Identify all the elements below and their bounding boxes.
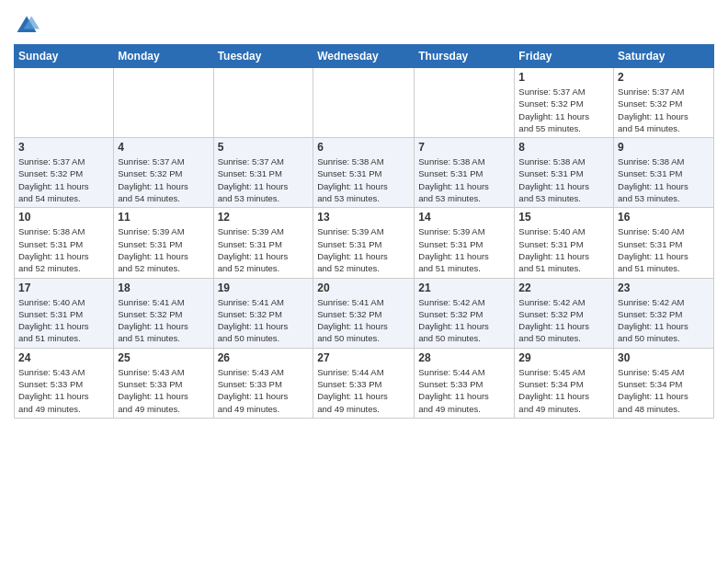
weekday-header-wednesday: Wednesday (313, 45, 415, 68)
week-row-2: 3Sunrise: 5:37 AM Sunset: 5:32 PM Daylig… (15, 138, 714, 208)
week-row-1: 1Sunrise: 5:37 AM Sunset: 5:32 PM Daylig… (15, 68, 714, 138)
calendar-cell: 14Sunrise: 5:39 AM Sunset: 5:31 PM Dayli… (415, 208, 515, 278)
day-info: Sunrise: 5:38 AM Sunset: 5:31 PM Dayligh… (317, 155, 410, 204)
day-number: 26 (218, 351, 310, 364)
day-number: 1 (518, 71, 609, 84)
day-info: Sunrise: 5:38 AM Sunset: 5:31 PM Dayligh… (518, 155, 609, 204)
day-info: Sunrise: 5:38 AM Sunset: 5:31 PM Dayligh… (418, 155, 510, 204)
day-info: Sunrise: 5:42 AM Sunset: 5:32 PM Dayligh… (618, 296, 710, 345)
calendar-cell: 25Sunrise: 5:43 AM Sunset: 5:33 PM Dayli… (114, 348, 213, 418)
calendar-cell: 11Sunrise: 5:39 AM Sunset: 5:31 PM Dayli… (114, 208, 213, 278)
day-info: Sunrise: 5:39 AM Sunset: 5:31 PM Dayligh… (118, 225, 209, 274)
day-number: 16 (618, 211, 710, 224)
day-number: 23 (618, 282, 710, 294)
day-info: Sunrise: 5:41 AM Sunset: 5:32 PM Dayligh… (118, 296, 209, 345)
weekday-header-row: SundayMondayTuesdayWednesdayThursdayFrid… (15, 45, 714, 68)
day-info: Sunrise: 5:37 AM Sunset: 5:32 PM Dayligh… (518, 86, 609, 134)
calendar-cell: 3Sunrise: 5:37 AM Sunset: 5:32 PM Daylig… (15, 138, 114, 208)
day-info: Sunrise: 5:39 AM Sunset: 5:31 PM Dayligh… (317, 225, 410, 274)
calendar-cell: 27Sunrise: 5:44 AM Sunset: 5:33 PM Dayli… (313, 348, 415, 418)
day-number: 2 (618, 71, 710, 84)
calendar-cell: 28Sunrise: 5:44 AM Sunset: 5:33 PM Dayli… (415, 348, 515, 418)
calendar-cell (213, 68, 313, 138)
calendar-cell: 4Sunrise: 5:37 AM Sunset: 5:32 PM Daylig… (114, 138, 213, 208)
day-number: 21 (418, 282, 510, 294)
day-info: Sunrise: 5:40 AM Sunset: 5:31 PM Dayligh… (18, 296, 109, 345)
day-number: 3 (18, 141, 109, 154)
logo-icon (14, 13, 40, 39)
weekday-header-friday: Friday (515, 45, 614, 68)
day-number: 24 (18, 351, 109, 364)
day-number: 13 (317, 211, 410, 224)
calendar-cell: 10Sunrise: 5:38 AM Sunset: 5:31 PM Dayli… (15, 208, 114, 278)
calendar-cell: 20Sunrise: 5:41 AM Sunset: 5:32 PM Dayli… (313, 278, 415, 348)
weekday-header-saturday: Saturday (614, 45, 714, 68)
day-number: 12 (218, 211, 310, 224)
calendar-cell (114, 68, 213, 138)
day-info: Sunrise: 5:44 AM Sunset: 5:33 PM Dayligh… (317, 366, 410, 415)
day-number: 4 (118, 141, 209, 154)
calendar-cell: 1Sunrise: 5:37 AM Sunset: 5:32 PM Daylig… (515, 68, 614, 138)
weekday-header-sunday: Sunday (15, 45, 114, 68)
day-info: Sunrise: 5:39 AM Sunset: 5:31 PM Dayligh… (218, 225, 310, 274)
day-info: Sunrise: 5:40 AM Sunset: 5:31 PM Dayligh… (518, 225, 609, 274)
calendar-cell: 15Sunrise: 5:40 AM Sunset: 5:31 PM Dayli… (515, 208, 614, 278)
day-number: 7 (418, 141, 510, 154)
day-info: Sunrise: 5:43 AM Sunset: 5:33 PM Dayligh… (18, 366, 109, 415)
day-info: Sunrise: 5:40 AM Sunset: 5:31 PM Dayligh… (618, 225, 710, 274)
weekday-header-thursday: Thursday (415, 45, 515, 68)
calendar-cell: 6Sunrise: 5:38 AM Sunset: 5:31 PM Daylig… (313, 138, 415, 208)
day-info: Sunrise: 5:42 AM Sunset: 5:32 PM Dayligh… (518, 296, 609, 345)
day-number: 8 (518, 141, 609, 154)
calendar-cell: 29Sunrise: 5:45 AM Sunset: 5:34 PM Dayli… (515, 348, 614, 418)
day-info: Sunrise: 5:41 AM Sunset: 5:32 PM Dayligh… (317, 296, 410, 345)
day-number: 17 (18, 282, 109, 294)
calendar-cell: 26Sunrise: 5:43 AM Sunset: 5:33 PM Dayli… (213, 348, 313, 418)
day-info: Sunrise: 5:37 AM Sunset: 5:31 PM Dayligh… (218, 155, 310, 204)
day-number: 19 (218, 282, 310, 294)
calendar-cell: 7Sunrise: 5:38 AM Sunset: 5:31 PM Daylig… (415, 138, 515, 208)
calendar-cell: 22Sunrise: 5:42 AM Sunset: 5:32 PM Dayli… (515, 278, 614, 348)
day-number: 15 (518, 211, 609, 224)
calendar-cell: 18Sunrise: 5:41 AM Sunset: 5:32 PM Dayli… (114, 278, 213, 348)
calendar-cell: 16Sunrise: 5:40 AM Sunset: 5:31 PM Dayli… (614, 208, 714, 278)
calendar-cell: 5Sunrise: 5:37 AM Sunset: 5:31 PM Daylig… (213, 138, 313, 208)
day-info: Sunrise: 5:39 AM Sunset: 5:31 PM Dayligh… (418, 225, 510, 274)
day-info: Sunrise: 5:45 AM Sunset: 5:34 PM Dayligh… (518, 366, 609, 415)
day-number: 22 (518, 282, 609, 294)
day-number: 6 (317, 141, 410, 154)
day-number: 27 (317, 351, 410, 364)
day-info: Sunrise: 5:45 AM Sunset: 5:34 PM Dayligh… (618, 366, 710, 415)
calendar-cell: 30Sunrise: 5:45 AM Sunset: 5:34 PM Dayli… (614, 348, 714, 418)
day-number: 25 (118, 351, 209, 364)
day-info: Sunrise: 5:43 AM Sunset: 5:33 PM Dayligh… (118, 366, 209, 415)
day-info: Sunrise: 5:38 AM Sunset: 5:31 PM Dayligh… (618, 155, 710, 204)
day-info: Sunrise: 5:37 AM Sunset: 5:32 PM Dayligh… (118, 155, 209, 204)
day-number: 10 (18, 211, 109, 224)
calendar-cell: 9Sunrise: 5:38 AM Sunset: 5:31 PM Daylig… (614, 138, 714, 208)
calendar-cell: 24Sunrise: 5:43 AM Sunset: 5:33 PM Dayli… (15, 348, 114, 418)
calendar-cell: 23Sunrise: 5:42 AM Sunset: 5:32 PM Dayli… (614, 278, 714, 348)
day-number: 28 (418, 351, 510, 364)
calendar-cell: 13Sunrise: 5:39 AM Sunset: 5:31 PM Dayli… (313, 208, 415, 278)
calendar-cell (313, 68, 415, 138)
day-info: Sunrise: 5:37 AM Sunset: 5:32 PM Dayligh… (618, 86, 710, 134)
calendar-cell: 12Sunrise: 5:39 AM Sunset: 5:31 PM Dayli… (213, 208, 313, 278)
weekday-header-tuesday: Tuesday (213, 45, 313, 68)
calendar-cell: 8Sunrise: 5:38 AM Sunset: 5:31 PM Daylig… (515, 138, 614, 208)
week-row-3: 10Sunrise: 5:38 AM Sunset: 5:31 PM Dayli… (15, 208, 714, 278)
calendar-cell (15, 68, 114, 138)
calendar-cell: 2Sunrise: 5:37 AM Sunset: 5:32 PM Daylig… (614, 68, 714, 138)
logo (14, 13, 41, 39)
calendar-cell: 17Sunrise: 5:40 AM Sunset: 5:31 PM Dayli… (15, 278, 114, 348)
calendar: SundayMondayTuesdayWednesdayThursdayFrid… (14, 44, 714, 419)
week-row-4: 17Sunrise: 5:40 AM Sunset: 5:31 PM Dayli… (15, 278, 714, 348)
day-info: Sunrise: 5:37 AM Sunset: 5:32 PM Dayligh… (18, 155, 109, 204)
day-number: 14 (418, 211, 510, 224)
day-number: 5 (218, 141, 310, 154)
week-row-5: 24Sunrise: 5:43 AM Sunset: 5:33 PM Dayli… (15, 348, 714, 418)
calendar-cell: 21Sunrise: 5:42 AM Sunset: 5:32 PM Dayli… (415, 278, 515, 348)
day-info: Sunrise: 5:43 AM Sunset: 5:33 PM Dayligh… (218, 366, 310, 415)
day-number: 9 (618, 141, 710, 154)
day-info: Sunrise: 5:41 AM Sunset: 5:32 PM Dayligh… (218, 296, 310, 345)
